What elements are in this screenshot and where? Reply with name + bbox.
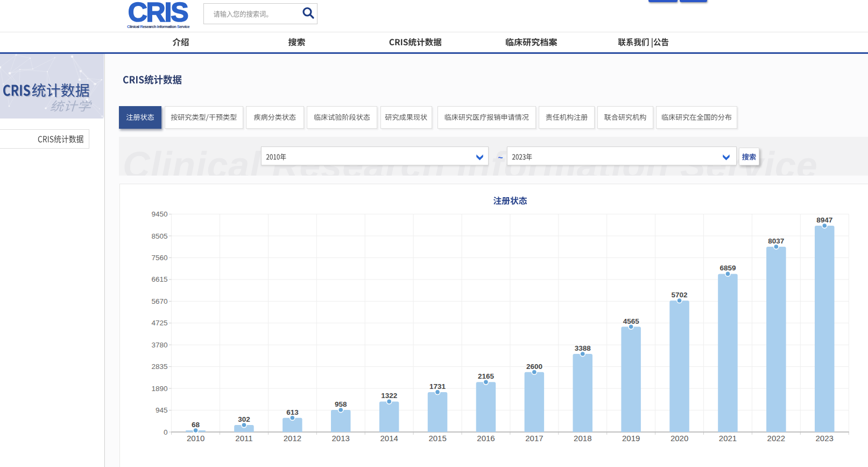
svg-text:0: 0: [164, 428, 168, 436]
svg-text:2011: 2011: [235, 434, 252, 443]
svg-text:302: 302: [238, 415, 250, 423]
svg-text:613: 613: [286, 408, 299, 416]
svg-text:5670: 5670: [151, 297, 167, 305]
svg-text:2600: 2600: [526, 363, 542, 371]
svg-text:958: 958: [335, 400, 347, 408]
svg-text:2023: 2023: [816, 434, 834, 443]
svg-text:9450: 9450: [151, 210, 167, 218]
svg-text:~: ~: [498, 153, 503, 162]
svg-text:6615: 6615: [151, 275, 167, 283]
svg-text:3780: 3780: [151, 341, 167, 349]
svg-text:8947: 8947: [816, 216, 832, 224]
svg-text:2021: 2021: [719, 434, 737, 443]
svg-text:2019: 2019: [622, 434, 640, 443]
svg-text:2165: 2165: [478, 372, 495, 380]
svg-text:2012: 2012: [284, 434, 301, 443]
svg-text:1890: 1890: [151, 385, 167, 393]
svg-text:68: 68: [192, 421, 200, 429]
svg-text:2835: 2835: [151, 363, 167, 371]
svg-text:2016: 2016: [477, 434, 495, 443]
svg-text:7560: 7560: [151, 254, 167, 262]
svg-text:4565: 4565: [623, 317, 640, 325]
svg-text:1731: 1731: [429, 382, 446, 391]
svg-text:5702: 5702: [672, 291, 688, 299]
svg-text:2022: 2022: [767, 434, 785, 443]
svg-text:3388: 3388: [575, 344, 591, 352]
svg-text:8505: 8505: [151, 232, 167, 240]
svg-text:2013: 2013: [332, 434, 350, 443]
svg-text:1322: 1322: [381, 392, 397, 400]
svg-text:6859: 6859: [719, 264, 736, 272]
svg-text:2015: 2015: [428, 434, 446, 443]
svg-text:2018: 2018: [574, 434, 591, 443]
svg-text:8037: 8037: [768, 237, 784, 245]
svg-text:2017: 2017: [525, 434, 543, 443]
svg-text:2020: 2020: [671, 434, 688, 443]
svg-text:4725: 4725: [151, 319, 167, 327]
svg-text:2014: 2014: [380, 434, 398, 443]
svg-text:2010: 2010: [187, 434, 204, 443]
svg-text:945: 945: [156, 406, 168, 414]
